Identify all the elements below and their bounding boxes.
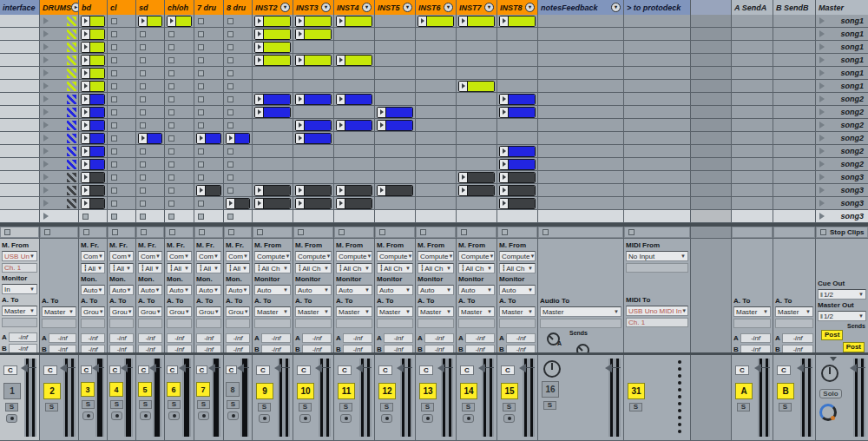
clip-slot[interactable] <box>773 54 815 66</box>
device-chooser-icon[interactable]: ▾ <box>321 3 331 12</box>
clip-slot[interactable] <box>538 132 623 144</box>
group-play-icon[interactable] <box>43 187 49 194</box>
io-dropdown[interactable]: Auto▼ <box>109 285 134 295</box>
volume-fader[interactable] <box>359 359 372 437</box>
clip-slot[interactable] <box>538 210 623 222</box>
clip-play-icon[interactable] <box>255 108 264 117</box>
clip-stop-button[interactable] <box>227 18 233 24</box>
clip-stop-button[interactable] <box>140 109 146 115</box>
clip[interactable] <box>81 16 105 27</box>
clip-slot[interactable] <box>416 93 456 105</box>
stop-all-clips-button[interactable] <box>228 229 234 235</box>
clip-stop-button[interactable] <box>227 122 233 128</box>
clip-slot[interactable] <box>0 106 39 118</box>
clip-slot[interactable] <box>732 28 773 40</box>
clip-play-icon[interactable] <box>82 16 90 26</box>
track-header-inst3[interactable]: INST3▾ <box>293 0 333 15</box>
stop-all-cell-proto[interactable] <box>624 227 690 238</box>
clip-play-icon[interactable] <box>296 186 305 195</box>
clip-slot[interactable] <box>40 210 78 222</box>
clip[interactable] <box>254 94 291 105</box>
scene-launch[interactable]: song1 <box>816 82 868 90</box>
volume-fader[interactable] <box>153 359 161 437</box>
clip-slot[interactable] <box>79 184 107 196</box>
clip-slot[interactable] <box>457 210 496 222</box>
arm-button[interactable] <box>463 414 474 423</box>
stop-all-clips-button[interactable] <box>820 229 826 235</box>
clip-slot[interactable] <box>497 15 537 27</box>
send-amount[interactable]: -inf <box>506 333 536 343</box>
clip-slot[interactable] <box>497 171 537 183</box>
clip-stop-button[interactable] <box>111 31 117 37</box>
clip-slot[interactable] <box>165 54 194 66</box>
clip[interactable] <box>499 172 536 183</box>
io-dropdown[interactable]: Compute▼ <box>499 251 536 261</box>
clip-slot[interactable] <box>0 119 39 131</box>
clip-slot[interactable] <box>375 41 415 53</box>
clip-stop-button[interactable] <box>227 174 233 181</box>
clip-slot[interactable] <box>253 67 293 79</box>
io-dropdown[interactable]: Master▼ <box>295 306 332 317</box>
clip-slot[interactable]: song2 <box>816 158 868 170</box>
io-dropdown[interactable]: Grou▼ <box>81 306 105 317</box>
clip-stop-button[interactable] <box>168 31 174 37</box>
fader-handle-icon[interactable] <box>145 364 156 372</box>
clip-slot[interactable] <box>416 80 456 92</box>
scene-name[interactable]: song2 <box>840 108 868 116</box>
clip-slot[interactable] <box>40 184 78 196</box>
solo-button[interactable]: S <box>421 403 434 411</box>
clip-slot[interactable] <box>624 210 690 222</box>
clip-play-icon[interactable] <box>197 186 206 195</box>
clip-stop-button[interactable] <box>227 161 233 168</box>
device-chooser-icon[interactable]: ▾ <box>403 3 412 12</box>
clip-slot[interactable] <box>497 93 537 105</box>
stop-all-cell-inst5[interactable] <box>375 227 415 238</box>
io-channel-box[interactable]: Ch. 1 <box>626 318 688 327</box>
clip-slot[interactable] <box>293 132 333 144</box>
clip-slot[interactable] <box>416 184 456 196</box>
io-dropdown[interactable]: No Input▼ <box>626 251 688 261</box>
clip-slot[interactable] <box>136 54 164 66</box>
solo-button[interactable]: S <box>462 403 475 411</box>
clip[interactable] <box>81 120 105 131</box>
volume-fader[interactable] <box>278 359 290 437</box>
clip-play-icon[interactable] <box>255 43 264 52</box>
clip-slot[interactable] <box>136 145 164 157</box>
io-dropdown[interactable]: In▼ <box>2 284 37 294</box>
pan-control[interactable]: C <box>378 365 392 375</box>
track-activator[interactable]: B <box>777 383 794 399</box>
clip-slot[interactable] <box>194 171 223 183</box>
pan-control[interactable]: C <box>3 365 17 375</box>
track-activator[interactable]: 7 <box>196 382 210 397</box>
scene-name[interactable]: song2 <box>840 121 868 129</box>
stop-all-clips-button[interactable] <box>112 229 118 235</box>
track-header-inst8[interactable]: INST8▾ <box>497 0 537 15</box>
clip-slot[interactable] <box>497 184 537 196</box>
clip-play-icon[interactable] <box>82 186 90 195</box>
clip[interactable] <box>377 185 413 196</box>
clip-slot[interactable] <box>334 15 374 27</box>
clip-slot[interactable] <box>194 67 223 79</box>
io-channel-box[interactable]: Ch. 1 <box>2 263 37 273</box>
clip-slot[interactable] <box>375 158 415 170</box>
clip-slot[interactable]: song3 <box>816 184 868 196</box>
clip-slot[interactable] <box>40 119 78 131</box>
fader-handle-icon[interactable] <box>16 364 28 372</box>
clip[interactable] <box>458 16 495 27</box>
io-dropdown[interactable]: Com▼ <box>109 251 134 261</box>
clip-slot[interactable] <box>732 106 773 118</box>
volume-fader[interactable] <box>482 359 494 437</box>
clip-play-icon[interactable] <box>337 186 345 195</box>
clip-slot[interactable] <box>773 67 815 79</box>
clip[interactable] <box>138 133 162 144</box>
scene-name[interactable]: song1 <box>840 43 868 51</box>
clip[interactable] <box>81 55 105 66</box>
clip-stop-button[interactable] <box>198 109 204 115</box>
device-chooser-icon[interactable]: ▾ <box>525 3 535 12</box>
clip-slot[interactable] <box>108 28 135 40</box>
io-dropdown[interactable]: ┇All▼ <box>138 263 162 273</box>
clip-stop-button[interactable] <box>111 148 117 155</box>
stop-all-clips-button[interactable] <box>83 229 89 235</box>
send-b-post-button[interactable]: Post <box>843 342 865 352</box>
track-activator[interactable]: 10 <box>297 383 314 399</box>
